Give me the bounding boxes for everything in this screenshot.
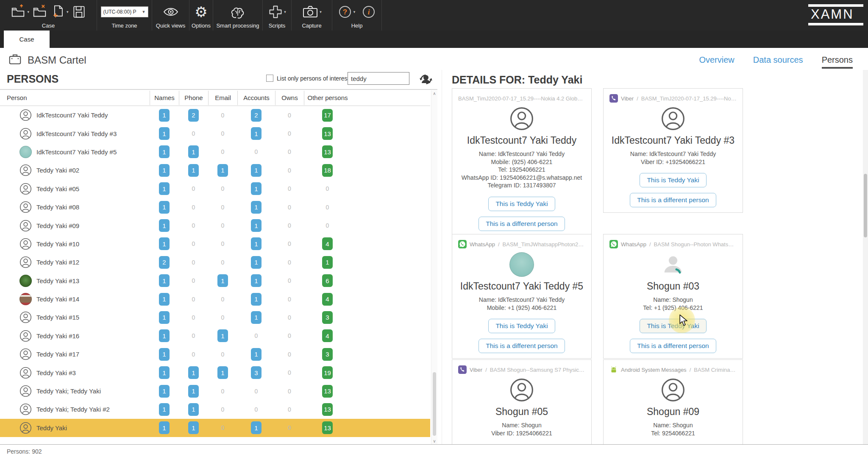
save-icon[interactable] bbox=[71, 3, 86, 20]
person-row[interactable]: Teddy Yaki #13 1 0 1 1 0 6 bbox=[0, 272, 430, 290]
puzzle-icon[interactable]: ▾ bbox=[268, 3, 286, 20]
person-row[interactable]: IdkTestcount7 Yaki Teddy #3 1 0 0 1 0 13 bbox=[0, 124, 430, 142]
count-zero: 0 bbox=[288, 369, 291, 376]
person-row[interactable]: IdkTestcount7 Yaki Teddy 1 2 0 2 0 17 bbox=[0, 106, 430, 124]
owns-count: 0 bbox=[275, 204, 304, 211]
person-row[interactable]: Teddy Yaki #02 1 1 1 1 0 18 bbox=[0, 161, 430, 179]
person-row[interactable]: Teddy Yaki #05 1 0 0 1 0 0 bbox=[0, 180, 430, 198]
phone-count: 0 bbox=[179, 204, 208, 211]
new-case-icon[interactable]: ▾ bbox=[50, 3, 69, 20]
person-detail-card: BASM_TimJ2020-07-17_15.29----Nokia 4.2 G… bbox=[452, 88, 592, 237]
count-badge: 1 bbox=[188, 366, 199, 379]
open-case-icon[interactable]: ▾ bbox=[10, 3, 29, 20]
different-person-button[interactable]: This is a different person bbox=[630, 193, 716, 207]
person-row[interactable]: Teddy Yaki; Teddy Yaki #2 1 1 0 0 0 13 bbox=[0, 400, 430, 418]
accounts-count: 1 bbox=[237, 127, 275, 140]
person-avatar bbox=[19, 348, 32, 360]
count-zero: 0 bbox=[192, 277, 195, 284]
names-count: 1 bbox=[150, 201, 179, 214]
viber-icon bbox=[458, 365, 467, 374]
card-source-header: WhatsApp / BASM_TimJWhatsappPhoton2020.x… bbox=[458, 240, 585, 249]
person-detail-card: Viber / BASM_TimJ2020-07-17_15.29----Nok… bbox=[603, 88, 743, 213]
person-row[interactable]: Teddy Yaki #3 1 1 1 3 0 19 bbox=[0, 363, 430, 382]
person-row[interactable]: IdkTestcount7 Yaki Teddy #5 1 1 0 0 0 13 bbox=[0, 143, 430, 161]
column-header-other-persons[interactable]: Other persons bbox=[304, 91, 351, 105]
card-source-header: BASM_TimJ2020-07-17_15.29----Nokia 4.2 G… bbox=[458, 94, 585, 103]
column-header-person[interactable]: Person bbox=[0, 91, 150, 105]
close-case-icon[interactable] bbox=[32, 3, 48, 20]
count-zero: 0 bbox=[288, 332, 291, 339]
eye-icon[interactable] bbox=[162, 3, 179, 20]
this-is-teddy-yaki-button[interactable]: This is Teddy Yaki bbox=[488, 319, 555, 333]
column-header-owns[interactable]: Owns bbox=[275, 91, 304, 105]
person-avatar bbox=[19, 238, 32, 250]
names-count: 1 bbox=[150, 237, 179, 250]
person-avatar bbox=[19, 422, 32, 434]
column-header-names[interactable]: Names bbox=[150, 91, 179, 105]
person-card-title: IdkTestcount7 Yaki Teddy #3 bbox=[612, 135, 734, 146]
nav-persons[interactable]: Persons bbox=[822, 55, 853, 69]
person-row[interactable]: Teddy Yaki; Teddy Yaki 1 1 0 0 0 13 bbox=[0, 382, 430, 400]
different-person-button[interactable]: This is a different person bbox=[479, 339, 565, 353]
persons-scrollbar[interactable]: ∧ ∨ bbox=[431, 90, 437, 444]
count-zero: 0 bbox=[221, 314, 225, 321]
info-icon[interactable]: i bbox=[361, 4, 376, 19]
scrollbar-thumb[interactable] bbox=[864, 174, 867, 237]
column-header-accounts[interactable]: Accounts bbox=[237, 91, 275, 105]
person-card-fields: Name: IdkTestcount7 Yaki TeddyMobile: +1… bbox=[479, 296, 565, 312]
count-zero: 0 bbox=[192, 332, 195, 339]
help-question-icon[interactable]: ? ▾ bbox=[337, 4, 356, 19]
different-person-button[interactable]: This is a different person bbox=[479, 217, 565, 231]
person-row[interactable]: Teddy Yaki 1 1 0 1 0 13 bbox=[0, 419, 430, 437]
chevron-down-icon: ▾ bbox=[320, 10, 322, 14]
person-row[interactable]: Teddy Yaki #14 1 0 0 1 0 4 bbox=[0, 290, 430, 308]
timezone-select[interactable]: (UTC-08:00) P ▼ bbox=[101, 6, 148, 17]
person-row[interactable]: Teddy Yaki #10 1 0 0 1 0 4 bbox=[0, 235, 430, 253]
nav-data-sources[interactable]: Data sources bbox=[753, 55, 803, 69]
person-row[interactable]: Teddy Yaki #09 1 0 0 1 0 0 bbox=[0, 216, 430, 234]
nav-overview[interactable]: Overview bbox=[699, 55, 734, 69]
person-row[interactable]: Teddy Yaki #08 1 0 0 1 0 0 bbox=[0, 198, 430, 216]
accounts-count: 1 bbox=[237, 421, 275, 434]
count-zero: 0 bbox=[221, 130, 225, 137]
count-badge: 1 bbox=[251, 348, 262, 361]
source-name: BASM Criminal Org--000... bbox=[694, 367, 737, 373]
count-badge: 1 bbox=[159, 201, 170, 214]
owns-count: 0 bbox=[275, 167, 304, 174]
person-name: Teddy Yaki #09 bbox=[36, 222, 79, 229]
count-badge: 17 bbox=[322, 109, 333, 122]
count-badge: 2 bbox=[251, 109, 262, 122]
scroll-down-icon[interactable]: ∨ bbox=[431, 439, 437, 443]
scroll-up-icon[interactable]: ∧ bbox=[431, 91, 437, 96]
this-is-teddy-yaki-button[interactable]: This is Teddy Yaki bbox=[640, 173, 706, 187]
person-row[interactable]: Teddy Yaki #16 1 0 1 0 0 4 bbox=[0, 327, 430, 345]
email-count: 0 bbox=[208, 351, 237, 358]
person-search-input[interactable] bbox=[348, 72, 409, 85]
accounts-count: 1 bbox=[237, 256, 275, 269]
column-header-phone[interactable]: Phone bbox=[179, 91, 208, 105]
person-avatar bbox=[19, 367, 32, 379]
scrollbar-thumb[interactable] bbox=[433, 372, 436, 436]
this-is-teddy-yaki-button[interactable]: This is Teddy Yaki bbox=[488, 197, 555, 211]
details-scrollbar[interactable] bbox=[863, 70, 868, 444]
person-name: Teddy Yaki bbox=[36, 424, 67, 432]
gear-icon[interactable]: ⚙ bbox=[195, 5, 207, 19]
owns-count: 0 bbox=[275, 406, 304, 413]
column-header-email[interactable]: Email bbox=[208, 91, 237, 105]
count-zero: 0 bbox=[255, 332, 258, 339]
tab-case[interactable]: Case bbox=[4, 31, 50, 48]
this-is-teddy-yaki-button[interactable]: This is Teddy Yaki bbox=[640, 319, 706, 333]
different-person-button[interactable]: This is a different person bbox=[630, 339, 716, 353]
owns-count: 0 bbox=[275, 130, 304, 137]
camera-icon[interactable]: ▾ bbox=[302, 3, 322, 20]
person-row[interactable]: Teddy Yaki #17 1 0 0 1 0 3 bbox=[0, 345, 430, 363]
person-row[interactable]: Teddy Yaki #12 2 0 0 1 0 1 bbox=[0, 253, 430, 271]
brain-icon[interactable] bbox=[229, 3, 246, 20]
person-attribute: Name: Shogun bbox=[651, 422, 695, 429]
sync-person-icon[interactable] bbox=[417, 70, 435, 90]
poi-checkbox[interactable] bbox=[266, 75, 273, 82]
person-row[interactable]: Teddy Yaki #15 1 0 0 1 0 3 bbox=[0, 308, 430, 326]
panel-splitter[interactable] bbox=[442, 70, 442, 444]
svg-text:i: i bbox=[368, 8, 370, 16]
person-card-fields: Name: ShogunViber ID: 19254066221 bbox=[491, 422, 552, 437]
